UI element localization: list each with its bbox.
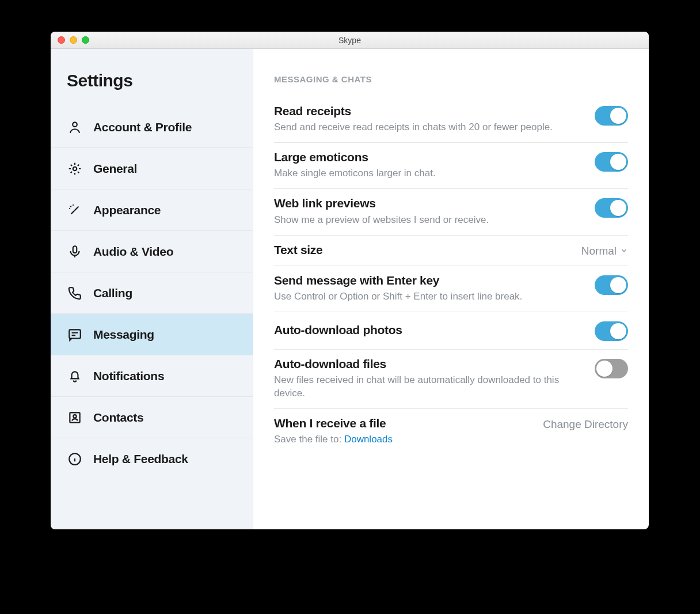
info-icon — [67, 451, 83, 467]
sidebar: Settings Account & Profile General Appea… — [51, 49, 253, 529]
window-title: Skype — [51, 36, 649, 45]
window-minimize-button[interactable] — [70, 36, 77, 44]
setting-desc: Make single emoticons larger in chat. — [274, 167, 583, 180]
select-text-size[interactable]: Normal — [581, 245, 628, 257]
wand-icon — [67, 202, 83, 218]
sidebar-item-appearance[interactable]: Appearance — [51, 189, 253, 231]
section-heading: MESSAGING & CHATS — [274, 74, 628, 84]
toggle-auto-download-files[interactable] — [595, 359, 628, 378]
titlebar: Skype — [51, 32, 649, 49]
gear-icon — [67, 161, 83, 177]
setting-title: Read receipts — [274, 104, 583, 119]
setting-title: Large emoticons — [274, 150, 583, 165]
setting-text-size: Text size Normal — [274, 236, 628, 266]
sidebar-item-label: Audio & Video — [83, 245, 173, 259]
sidebar-item-label: Calling — [83, 286, 132, 300]
setting-auto-download-files: Auto-download files New files received i… — [274, 350, 628, 409]
select-value-label: Normal — [581, 245, 617, 257]
window-zoom-button[interactable] — [82, 36, 89, 44]
sidebar-item-notifications[interactable]: Notifications — [51, 355, 253, 397]
sidebar-item-calling[interactable]: Calling — [51, 272, 253, 314]
svg-rect-2 — [73, 246, 77, 253]
toggle-auto-download-photos[interactable] — [595, 321, 628, 341]
toggle-large-emoticons[interactable] — [595, 152, 628, 172]
contacts-icon — [67, 410, 83, 426]
sidebar-item-label: Contacts — [83, 411, 143, 425]
setting-auto-download-photos: Auto-download photos — [274, 312, 628, 350]
setting-desc: Use Control or Option or Shift + Enter t… — [274, 290, 583, 304]
person-icon — [67, 119, 83, 135]
svg-rect-3 — [69, 329, 81, 338]
content-panel: MESSAGING & CHATS Read receipts Send and… — [253, 49, 649, 529]
svg-point-5 — [73, 415, 76, 418]
setting-large-emoticons: Large emoticons Make single emoticons la… — [274, 143, 628, 189]
sidebar-item-general[interactable]: General — [51, 148, 253, 189]
sidebar-item-label: Help & Feedback — [83, 452, 188, 466]
setting-desc: Save the file to: Downloads — [274, 433, 531, 446]
mic-icon — [67, 244, 83, 260]
setting-title: When I receive a file — [274, 416, 531, 431]
setting-desc: New files received in chat will be autom… — [274, 374, 583, 400]
setting-web-link-previews: Web link previews Show me a preview of w… — [274, 189, 628, 235]
chat-icon — [67, 327, 83, 343]
setting-send-with-enter: Send message with Enter key Use Control … — [274, 266, 628, 312]
setting-title: Auto-download photos — [274, 323, 583, 338]
toggle-web-link-previews[interactable] — [595, 198, 628, 218]
setting-title: Send message with Enter key — [274, 273, 583, 288]
sidebar-item-label: General — [83, 162, 137, 176]
sidebar-item-audio-video[interactable]: Audio & Video — [51, 231, 253, 272]
sidebar-item-label: Messaging — [83, 328, 154, 342]
app-window: Skype Settings Account & Profile General — [51, 32, 649, 529]
toggle-read-receipts[interactable] — [595, 106, 628, 126]
chevron-down-icon — [620, 245, 628, 257]
sidebar-item-label: Appearance — [83, 203, 161, 217]
bell-icon — [67, 368, 83, 384]
body: Settings Account & Profile General Appea… — [51, 49, 649, 529]
sidebar-item-messaging[interactable]: Messaging — [51, 314, 253, 355]
svg-point-1 — [73, 166, 77, 170]
setting-title: Text size — [274, 242, 570, 257]
sidebar-item-account[interactable]: Account & Profile — [51, 107, 253, 148]
sidebar-item-label: Account & Profile — [83, 120, 192, 134]
save-file-prefix: Save the file to: — [274, 434, 344, 445]
traffic-lights — [51, 36, 89, 44]
window-close-button[interactable] — [58, 36, 65, 44]
setting-desc: Send and receive read receipts in chats … — [274, 121, 583, 134]
svg-point-0 — [73, 122, 77, 127]
sidebar-item-help[interactable]: Help & Feedback — [51, 438, 253, 480]
downloads-link[interactable]: Downloads — [344, 434, 393, 445]
change-directory-button[interactable]: Change Directory — [543, 418, 628, 431]
setting-read-receipts: Read receipts Send and receive read rece… — [274, 97, 628, 143]
setting-desc: Show me a preview of websites I send or … — [274, 214, 583, 227]
page-title: Settings — [51, 49, 253, 107]
sidebar-item-label: Notifications — [83, 369, 164, 383]
phone-icon — [67, 285, 83, 301]
setting-title: Auto-download files — [274, 357, 583, 372]
setting-receive-file: When I receive a file Save the file to: … — [274, 409, 628, 454]
sidebar-item-contacts[interactable]: Contacts — [51, 397, 253, 438]
setting-title: Web link previews — [274, 196, 583, 211]
toggle-send-with-enter[interactable] — [595, 275, 628, 295]
